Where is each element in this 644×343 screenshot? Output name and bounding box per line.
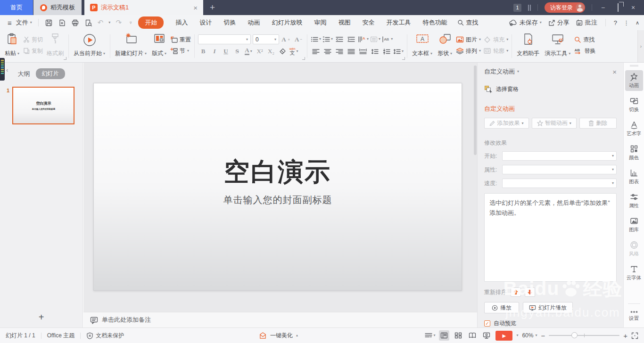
collapse-panel-icon[interactable]: ‹ — [6, 66, 8, 74]
collapse-ribbon-icon[interactable]: ∧ — [636, 20, 639, 26]
menu-devtools[interactable]: 开发工具 — [386, 18, 411, 27]
chevron-down-icon[interactable]: ▾ — [517, 70, 519, 74]
slide-thumbnail[interactable]: 空白演示 单击输入您的封面副标题 — [12, 87, 74, 124]
sidebar-item-wordart[interactable]: 艺术字 — [625, 118, 643, 139]
close-button[interactable]: × — [629, 4, 637, 11]
slideshow-view-button[interactable] — [481, 330, 492, 341]
add-slide-button[interactable]: + — [0, 312, 83, 323]
editing-canvas[interactable]: 空白演示 单击输入您的封面副标题 — [83, 63, 477, 312]
play-slideshow-button[interactable]: ▶ — [495, 331, 512, 341]
move-down-button[interactable] — [525, 287, 535, 297]
reset-button[interactable]: 重置 — [170, 36, 191, 44]
distribute-button[interactable] — [358, 47, 368, 56]
menu-review[interactable]: 审阅 — [314, 18, 326, 27]
sidebar-item-style[interactable]: 风格 — [625, 238, 643, 259]
move-up-button[interactable] — [511, 287, 521, 297]
subscript-button[interactable]: X₂ — [266, 47, 276, 56]
play-animation-button[interactable]: 播放 — [484, 302, 519, 313]
cut-button[interactable]: 剪切 — [23, 36, 43, 44]
shapes-button[interactable]: 形状▾ — [436, 33, 454, 58]
menu-security[interactable]: 安全 — [362, 18, 374, 27]
decrease-font-button[interactable]: A− — [293, 35, 304, 44]
ribbon-expander[interactable]: › — [637, 30, 644, 62]
theme-name[interactable]: Office 主题 — [47, 332, 74, 340]
zoom-slider-thumb[interactable] — [571, 332, 578, 338]
present-tools-button[interactable]: 演示工具▾ — [543, 33, 572, 58]
bold-button[interactable]: B — [198, 47, 208, 56]
more-options-icon[interactable]: ⋮ — [623, 19, 629, 26]
format-painter-button[interactable]: 格式刷 — [45, 33, 65, 58]
sidebar-item-colors[interactable]: 颜色 — [625, 142, 643, 163]
tab-docer-templates[interactable]: 稻壳模板 — [33, 0, 82, 15]
file-menu[interactable]: 文件 ▾ — [16, 18, 32, 27]
slide-subtitle[interactable]: 单击输入您的封面副标题 — [94, 194, 462, 206]
pane-close-icon[interactable]: × — [612, 68, 617, 76]
copy-button[interactable]: 复制 — [23, 47, 43, 55]
align-center-button[interactable] — [322, 47, 333, 56]
paste-button[interactable]: 粘贴▾ — [3, 33, 21, 58]
tab-home[interactable]: 首页 — [0, 0, 33, 15]
underline-button[interactable]: U — [221, 47, 231, 56]
decrease-indent-button[interactable] — [334, 34, 345, 44]
text-orientation-button[interactable]: AB▾ — [382, 34, 393, 44]
pinyin-button[interactable]: wén文▾ — [289, 47, 299, 56]
fit-screen-button[interactable] — [631, 332, 638, 339]
auto-preview-checkbox[interactable]: ✓ — [484, 320, 490, 327]
zoom-slider[interactable] — [549, 335, 619, 336]
dialog-launcher-icon[interactable] — [302, 57, 305, 60]
docked-pane-handle[interactable] — [0, 58, 5, 81]
menu-find[interactable]: 查找 — [457, 18, 478, 27]
tab-close-icon[interactable]: × — [193, 4, 198, 12]
sidebar-item-transition[interactable]: 切换 — [625, 94, 643, 115]
beautify-button[interactable]: 一键美化 ▾ — [259, 332, 298, 340]
slideshow-play-button[interactable]: 幻灯片播放 — [523, 302, 573, 313]
sidebar-item-chart[interactable]: 图表 — [625, 166, 643, 187]
textbox-button[interactable]: A 文本框▾ — [411, 33, 434, 58]
smart-animation-button[interactable]: 智能动画 ▾ — [532, 118, 577, 129]
sidebar-item-animation[interactable]: 动画 — [625, 70, 643, 91]
align-text-button[interactable]: ▾ — [370, 34, 380, 44]
menu-view[interactable]: 视图 — [338, 18, 350, 27]
menu-insert[interactable]: 插入 — [175, 18, 188, 27]
customize-toolbar-icon[interactable]: ▿ — [130, 21, 132, 25]
clear-format-button[interactable] — [277, 47, 288, 56]
dialog-launcher-icon[interactable] — [402, 57, 405, 60]
notes-toggle-button[interactable]: ▾ — [425, 333, 435, 338]
strikethrough-button[interactable]: S — [232, 47, 242, 56]
undo-button[interactable]: ↶ — [98, 18, 104, 27]
replace-button[interactable]: AB 替换 — [574, 47, 595, 55]
tab-outline[interactable]: 大纲 — [18, 70, 30, 78]
outline-button[interactable]: 轮廓 ▾ — [483, 47, 508, 55]
scrollbar-thumb[interactable] — [474, 65, 477, 155]
undo-chevron-icon[interactable]: ▾ — [108, 21, 110, 24]
superscript-button[interactable]: X² — [255, 47, 265, 56]
zoom-out-button[interactable]: − — [541, 332, 545, 340]
section-button[interactable]: 节 ▾ — [170, 47, 191, 55]
menu-home[interactable]: 开始 — [138, 16, 164, 29]
increase-font-button[interactable]: A＋ — [281, 35, 291, 44]
sidebar-item-cloud-fonts[interactable]: 云字体 — [625, 262, 643, 283]
restore-button[interactable] — [614, 4, 622, 11]
slide-page[interactable]: 空白演示 单击输入您的封面副标题 — [93, 83, 462, 291]
justify-button[interactable] — [346, 47, 356, 56]
find-button[interactable]: 查找 — [574, 36, 595, 44]
chevron-down-icon[interactable]: ▾ — [516, 334, 518, 337]
sidebar-item-gallery[interactable]: 图库 — [625, 214, 643, 235]
add-effect-button[interactable]: 添加效果 ▾ — [484, 118, 529, 129]
slide-sorter-button[interactable] — [453, 330, 463, 341]
login-button[interactable]: 访客登录 — [545, 2, 585, 13]
normal-view-button[interactable] — [439, 330, 449, 341]
fill-button[interactable]: 填充 ▾ — [483, 36, 508, 44]
align-right-button[interactable] — [334, 47, 345, 56]
line-spacing-increase-button[interactable] — [370, 47, 380, 56]
share-button[interactable]: 分享 — [548, 18, 570, 27]
save-button[interactable] — [45, 19, 53, 27]
menu-design[interactable]: 设计 — [199, 18, 212, 27]
numbering-button[interactable]: ▾ — [322, 34, 333, 44]
export-button[interactable] — [58, 19, 66, 27]
hamburger-icon[interactable]: ≡ — [8, 19, 12, 27]
line-spacing-button[interactable]: ▾ — [393, 47, 404, 56]
menu-animation[interactable]: 动画 — [248, 18, 260, 27]
picture-button[interactable]: 图片 ▾ — [456, 36, 481, 44]
animation-list-box[interactable]: 选中幻灯片的某个元素，然后单击“添加效果”添加动画。 — [484, 193, 617, 282]
